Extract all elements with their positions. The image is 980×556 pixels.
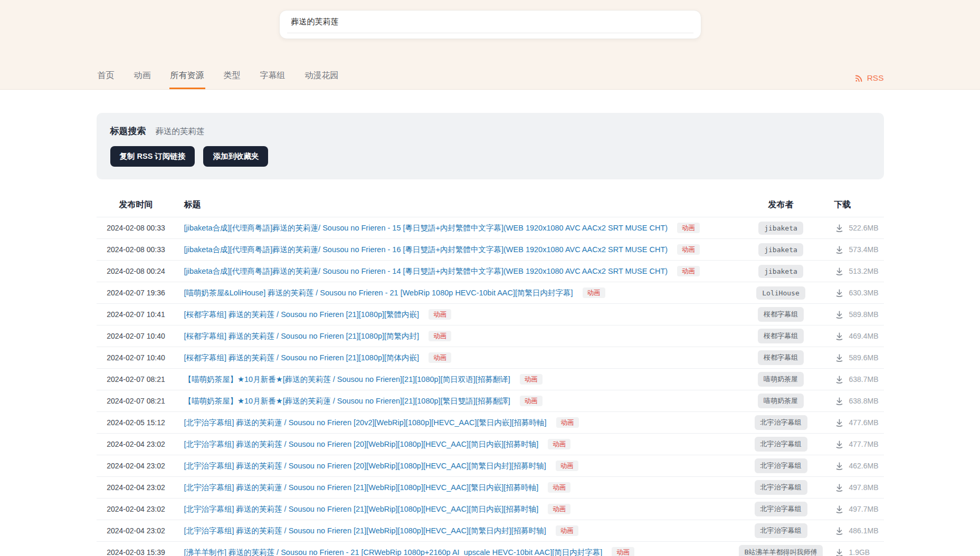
category-tag[interactable]: 动画 [556, 461, 578, 472]
publisher-badge[interactable]: 桜都字幕组 [758, 307, 804, 322]
publisher-badge[interactable]: 北宇治字幕组 [755, 480, 807, 495]
category-tag[interactable]: 动画 [556, 525, 578, 536]
nav-item-3[interactable]: 类型 [223, 70, 242, 89]
download-icon[interactable] [834, 288, 844, 298]
publisher-badge[interactable]: jibaketa [758, 265, 803, 278]
main-nav: 首页动画所有资源类型字幕组动漫花园 RSS [97, 70, 884, 89]
publisher-badge[interactable]: 喵萌奶茶屋 [758, 394, 804, 408]
download-icon[interactable] [834, 396, 844, 406]
header-title: 标题 [176, 199, 741, 210]
publisher-badge[interactable]: 北宇治字幕组 [755, 415, 807, 430]
file-size: 638.8MB [849, 397, 879, 405]
resource-title-link[interactable]: [北宇治字幕组] 葬送的芙莉蓮 / Sousou no Frieren [21]… [184, 483, 539, 493]
publish-time: 2024-02-04 23:02 [97, 526, 176, 535]
publisher-badge[interactable]: 北宇治字幕组 [755, 523, 807, 538]
publish-time: 2024-02-03 15:39 [97, 548, 176, 556]
publish-time: 2024-02-05 15:12 [97, 418, 176, 427]
copy-rss-button[interactable]: 复制 RSS 订阅链接 [110, 146, 195, 167]
resource-title-link[interactable]: [jibaketa合成][代理商粤語]葬送的芙莉蓮/ Sousou no Fri… [184, 266, 668, 276]
rss-icon [854, 74, 863, 83]
nav-item-5[interactable]: 动漫花园 [304, 70, 340, 89]
resource-title-link[interactable]: [桜都字幕组] 葬送的芙莉莲 / Sousou no Frieren [21][… [184, 353, 420, 363]
publish-time: 2024-02-04 23:02 [97, 462, 176, 470]
header-publisher: 发布者 [741, 199, 821, 210]
publish-time: 2024-02-08 00:33 [97, 224, 176, 232]
publish-time: 2024-02-08 00:24 [97, 267, 176, 275]
download-icon[interactable] [834, 245, 844, 255]
resource-title-link[interactable]: [北宇治字幕组] 葬送的芙莉莲 / Sousou no Frieren [20]… [184, 439, 539, 449]
category-tag[interactable]: 动画 [520, 374, 543, 385]
resource-title-link[interactable]: [jibaketa合成][代理商粤語]葬送的芙莉蓮/ Sousou no Fri… [184, 245, 668, 255]
resource-title-link[interactable]: [北宇治字幕组] 葬送的芙莉蓮 / Sousou no Frieren [20v… [184, 418, 547, 428]
category-tag[interactable]: 动画 [612, 547, 634, 556]
category-tag[interactable]: 动画 [429, 331, 451, 342]
table-row: 2024-02-04 23:02 [北宇治字幕组] 葬送的芙莉莲 / Souso… [97, 520, 884, 542]
resource-title-link[interactable]: [沸羊羊制作] 葬送的芙莉莲 / Sousou no Frieren - 21 … [184, 548, 603, 556]
publisher-badge[interactable]: 北宇治字幕组 [755, 502, 807, 516]
resource-title-link[interactable]: [北宇治字幕组] 葬送的芙莉莲 / Sousou no Frieren [20]… [184, 461, 546, 471]
download-icon[interactable] [834, 526, 844, 536]
download-icon[interactable] [834, 331, 844, 341]
download-icon[interactable] [834, 483, 844, 493]
publisher-badge[interactable]: jibaketa [758, 243, 803, 256]
category-tag[interactable]: 动画 [548, 439, 570, 450]
resource-title-link[interactable]: [桜都字幕组] 葬送的芙莉莲 / Sousou no Frieren [21][… [184, 310, 420, 320]
download-icon[interactable] [834, 548, 844, 556]
nav-item-4[interactable]: 字幕组 [259, 70, 287, 89]
table-row: 2024-02-04 23:02 [北宇治字幕组] 葬送的芙莉莲 / Souso… [97, 434, 884, 455]
category-tag[interactable]: 动画 [556, 417, 579, 428]
table-row: 2024-02-07 10:40 [桜都字幕组] 葬送的芙莉莲 / Sousou… [97, 347, 884, 369]
resource-title-link[interactable]: [喵萌奶茶屋&LoliHouse] 葬送的芙莉莲 / Sousou no Fri… [184, 288, 573, 298]
download-icon[interactable] [834, 353, 844, 363]
publisher-badge[interactable]: 桜都字幕组 [758, 329, 804, 343]
category-tag[interactable]: 动画 [520, 396, 543, 407]
download-icon[interactable] [834, 223, 844, 233]
publisher-badge[interactable]: B站沸羊羊都得叫我师傅 [739, 545, 823, 556]
publisher-badge[interactable]: 北宇治字幕组 [755, 437, 807, 452]
rss-link[interactable]: RSS [854, 73, 884, 89]
publisher-badge[interactable]: 喵萌奶茶屋 [758, 372, 804, 387]
category-tag[interactable]: 动画 [429, 309, 451, 320]
download-icon[interactable] [834, 375, 844, 385]
nav-item-0[interactable]: 首页 [97, 70, 116, 89]
file-size: 469.4MB [849, 332, 879, 340]
table-row: 2024-02-07 08:21 【喵萌奶茶屋】★10月新番★[葬送的芙莉蓮 /… [97, 390, 884, 412]
add-favorite-button[interactable]: 添加到收藏夹 [203, 146, 268, 167]
table-row: 2024-02-04 23:02 [北宇治字幕组] 葬送的芙莉蓮 / Souso… [97, 477, 884, 499]
results-table: 发布时间 标题 发布者 下载 2024-02-08 00:33 [jibaket… [97, 193, 884, 556]
category-tag[interactable]: 动画 [583, 287, 605, 299]
download-icon[interactable] [834, 504, 844, 514]
category-tag[interactable]: 动画 [677, 266, 700, 277]
resource-title-link[interactable]: 【喵萌奶茶屋】★10月新番★[葬送的芙莉蓮 / Sousou no Friere… [184, 396, 510, 406]
category-tag[interactable]: 动画 [548, 504, 570, 515]
publisher-badge[interactable]: LoliHouse [756, 286, 805, 300]
category-tag[interactable]: 动画 [429, 352, 451, 363]
category-tag[interactable]: 动画 [677, 223, 700, 234]
nav-item-2[interactable]: 所有资源 [169, 70, 205, 89]
resource-title-link[interactable]: [jibaketa合成][代理商粤語]葬送的芙莉蓮/ Sousou no Fri… [184, 223, 668, 233]
resource-title-link[interactable]: [北宇治字幕组] 葬送的芙莉莲 / Sousou no Frieren [21]… [184, 526, 546, 536]
table-row: 2024-02-07 19:36 [喵萌奶茶屋&LoliHouse] 葬送的芙莉… [97, 282, 884, 304]
resource-title-link[interactable]: [北宇治字幕组] 葬送的芙莉莲 / Sousou no Frieren [21]… [184, 504, 539, 514]
publisher-badge[interactable]: 桜都字幕组 [758, 350, 804, 365]
category-tag[interactable]: 动画 [677, 244, 700, 255]
publish-time: 2024-02-07 10:40 [97, 353, 176, 362]
download-icon[interactable] [834, 461, 844, 471]
download-icon[interactable] [834, 439, 844, 449]
resource-title-link[interactable]: [桜都字幕组] 葬送的芙莉莲 / Sousou no Frieren [21][… [184, 331, 420, 341]
table-row: 2024-02-05 15:12 [北宇治字幕组] 葬送的芙莉蓮 / Souso… [97, 412, 884, 434]
table-row: 2024-02-07 10:41 [桜都字幕组] 葬送的芙莉莲 / Sousou… [97, 304, 884, 325]
publisher-badge[interactable]: jibaketa [758, 222, 803, 235]
table-row: 2024-02-04 23:02 [北宇治字幕组] 葬送的芙莉莲 / Souso… [97, 455, 884, 477]
download-icon[interactable] [834, 418, 844, 428]
file-size: 477.6MB [849, 418, 879, 427]
nav-item-1[interactable]: 动画 [133, 70, 152, 89]
resource-title-link[interactable]: 【喵萌奶茶屋】★10月新番★[葬送的芙莉莲 / Sousou no Friere… [184, 375, 510, 385]
publisher-badge[interactable]: 北宇治字幕组 [755, 458, 807, 473]
file-size: 462.6MB [849, 462, 879, 470]
table-row: 2024-02-04 23:02 [北宇治字幕组] 葬送的芙莉莲 / Souso… [97, 499, 884, 520]
download-icon[interactable] [834, 310, 844, 320]
download-icon[interactable] [834, 266, 844, 276]
category-tag[interactable]: 动画 [548, 482, 570, 493]
search-input[interactable] [287, 11, 693, 33]
